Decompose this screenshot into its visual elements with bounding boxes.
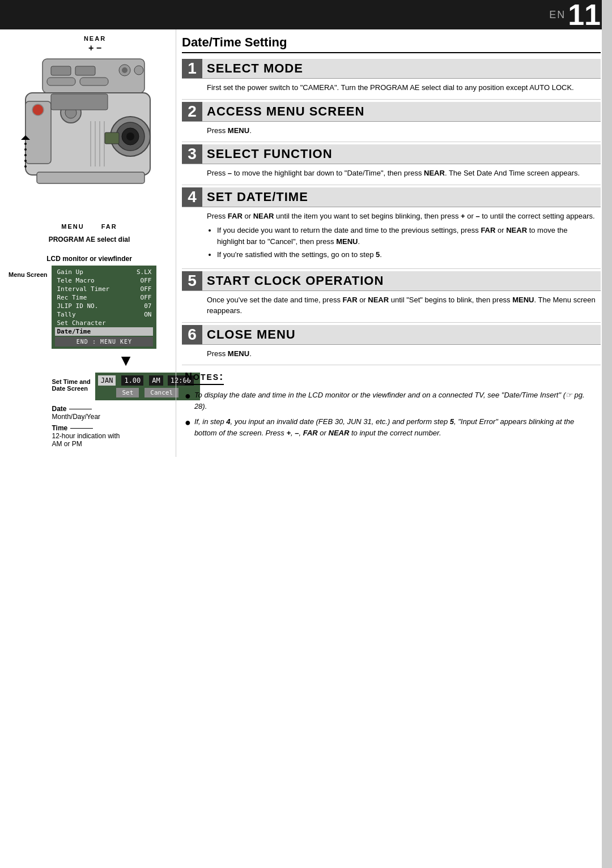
en-label: EN [549,9,566,21]
set-button[interactable]: Set [116,388,139,397]
time-dash [70,428,93,429]
svg-point-26 [24,160,27,162]
step-2-body: Press MENU. [182,122,601,143]
step-4-section: 4 Set Date/Time Press FAR or NEAR until … [182,187,601,269]
step-5-title: Start Clock Operation [202,271,388,290]
step-2-header: 2 Access Menu Screen [182,102,601,122]
far-label: FAR [101,223,117,230]
svg-point-12 [126,132,134,140]
svg-point-27 [24,165,27,168]
svg-rect-0 [42,59,144,93]
step-2-title: Access Menu Screen [202,102,369,121]
step-1-section: 1 Select Mode First set the power switch… [182,59,601,100]
note-item-2: ● If, in step 4, you input an invalid da… [185,416,598,438]
svg-rect-6 [47,78,75,85]
menu-item: Gain UpS.LX [55,268,153,276]
svg-rect-29 [105,132,119,144]
menu-table: Gain UpS.LX Tele MacroOFF Interval Timer… [55,268,153,336]
menu-far-label: MENU FAR [8,223,170,230]
menu-item: TallyON [55,310,153,319]
notes-title: NOTES: [185,371,224,385]
program-ae-label: PROGRAM AE select dial [8,236,170,243]
step-6-title: Close Menu [202,325,300,344]
menu-item-date-time: Date/Time [55,327,153,336]
ampm-box: AM [149,375,163,386]
lcd-screen-area: Menu Screen Gain UpS.LX Tele MacroOFF In… [8,266,170,451]
lcd-screen: Gain UpS.LX Tele MacroOFF Interval Timer… [52,266,156,349]
lcd-section: LCD monitor or viewfinder Menu Screen Ga… [8,255,170,451]
camera-svg [8,56,170,203]
near-label: NEAR [20,35,170,42]
end-menu-key: END : MENU KEY [55,337,153,347]
svg-point-4 [134,66,143,75]
header-bar: EN 11 [0,0,612,29]
step-3-body: Press – to move the highlight bar down t… [182,164,601,185]
notes-section: NOTES: ● To display the date and time in… [182,371,601,438]
step-4-number: 4 [182,187,202,207]
step-1-header: 1 Select Mode [182,59,601,79]
cancel-button[interactable]: Cancel [144,388,178,397]
date-dash [69,409,92,409]
step-5-section: 5 Start Clock Operation Once you've set … [182,271,601,323]
svg-rect-1 [51,66,71,75]
svg-rect-22 [37,172,144,183]
step-3-title: Select Function [202,144,337,164]
step-6-section: 6 Close Menu Press MENU. [182,325,601,366]
step-6-number: 6 [182,325,202,344]
svg-point-25 [24,154,27,156]
lcd-monitor-label: LCD monitor or viewfinder [8,255,170,263]
svg-point-5 [122,67,128,73]
step-5-header: 5 Start Clock Operation [182,271,601,291]
svg-rect-7 [80,78,108,85]
step-3-header: 3 Select Function [182,144,601,164]
menu-item: Rec TimeOFF [55,293,153,302]
step-6-body: Press MENU. [182,345,601,366]
date-label: Date [52,405,66,413]
right-gray-bar [602,0,612,868]
camera-diagram [8,56,170,220]
svg-point-14 [32,104,44,116]
step-3-section: 3 Select Function Press – to move the hi… [182,144,601,185]
step-4-bullets: If you decide you want to return the dat… [207,225,596,260]
step-1-title: Select Mode [202,59,308,78]
step-4-body: Press FAR or NEAR until the item you wan… [182,207,601,269]
step-4-header: 4 Set Date/Time [182,187,601,207]
menu-item: Interval TimerOFF [55,285,153,293]
page-number: 11 [568,0,601,29]
note-text-2: If, in step 4, you input an invalid date… [194,416,598,438]
value-box: 1.00 [121,375,143,386]
step-2-number: 2 [182,102,202,121]
menu-screen-label: Menu Screen [8,271,47,278]
bullet-item: If you're satisfied with the settings, g… [217,249,596,260]
svg-rect-17 [51,94,108,110]
svg-point-24 [24,148,27,151]
step-1-number: 1 [182,59,202,78]
menu-item: JLIP ID NO.07 [55,302,153,310]
time-label: Time [52,424,67,432]
set-time-and-date-label: Set Time andDate Screen [52,378,90,392]
step-5-number: 5 [182,271,202,290]
menu-item: Set Character [55,319,153,327]
svg-point-23 [24,143,27,145]
step-1-body: First set the power switch to "CAMERA". … [182,79,601,100]
step-6-header: 6 Close Menu [182,325,601,345]
left-column: NEAR + − [0,29,176,457]
bullet-item: If you decide you want to return the dat… [217,225,596,247]
month-box: JAN [98,375,116,386]
note-item-1: ● To display the date and time in the LC… [185,390,598,412]
step-4-title: Set Date/Time [202,187,313,207]
note-text-1: To display the date and time in the LCD … [194,390,598,412]
step-2-section: 2 Access Menu Screen Press MENU. [182,102,601,143]
menu-item: Tele MacroOFF [55,276,153,285]
step-3-number: 3 [182,144,202,164]
step-5-body: Once you've set the date and time, press… [182,291,601,323]
menu-label: MENU [61,223,84,230]
page-title: Date/Time Setting [182,35,601,53]
svg-rect-2 [75,66,95,75]
note-bullet-1: ● [185,391,191,401]
plus-minus-label: + − [20,43,170,53]
right-column: Date/Time Setting 1 Select Mode First se… [176,29,612,457]
main-layout: NEAR + − [0,29,612,457]
note-bullet-2: ● [185,417,191,427]
